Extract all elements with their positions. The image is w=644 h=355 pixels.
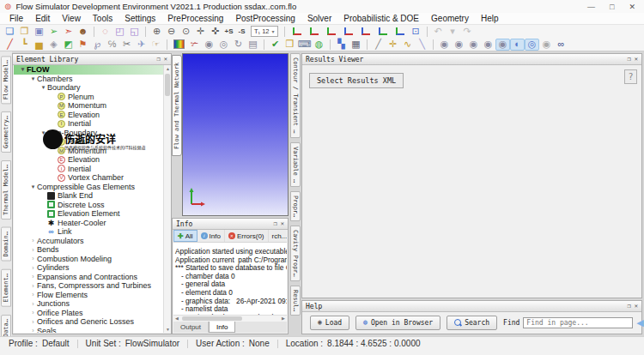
view-zy-icon[interactable] [379, 27, 387, 35]
tree-item-heater-cooler[interactable]: ✱Heater-Cooler [14, 219, 170, 228]
collapsed-arrow-icon[interactable]: › [29, 238, 37, 244]
ungroup-select-icon[interactable]: ◱ [127, 26, 142, 38]
info-horizontal-scrollbar[interactable]: ◀ ▶ [173, 315, 287, 322]
tree-item-non-boundary[interactable]: ▾Non-Boundary [14, 129, 170, 138]
scroll-left-icon[interactable]: ◀ [173, 316, 180, 322]
line-probe-icon[interactable]: ╱ [371, 39, 386, 51]
view-toggle-4-icon[interactable]: ◉ [481, 39, 495, 51]
open-in-browser-button[interactable]: ◍Open in Browser [355, 316, 440, 330]
undo-icon[interactable]: ↶ [431, 26, 446, 38]
tree-item-junctions[interactable]: ›Junctions [14, 299, 170, 309]
tree-item-momentum[interactable]: MMomentum [14, 147, 170, 156]
info-tab-all[interactable]: ✚All [173, 230, 197, 242]
cross-probe-icon[interactable]: ✛ [386, 39, 400, 51]
cut-tool-icon[interactable]: ✂ [119, 39, 134, 51]
tree-item-accumulators[interactable]: ›Accumulators [14, 237, 170, 246]
tree-item-boundary[interactable]: ▾Boundary [14, 83, 170, 93]
contour-colorbar-icon[interactable] [173, 39, 185, 49]
menu-probabilistic-doe[interactable]: Probabilistic & DOE [337, 14, 425, 23]
tree-item-orifice-plates[interactable]: ›Orifice Plates [14, 309, 170, 318]
scale-down-button[interactable]: -S [235, 27, 248, 35]
tree-item-chambers[interactable]: ▾Chambers [14, 75, 170, 84]
pan-icon[interactable]: ✛ [193, 26, 208, 38]
close-icon[interactable]: ✕ [164, 56, 167, 63]
user-icon[interactable]: ☻ [76, 26, 90, 38]
tree-item-elevation-element[interactable]: Elevation Element [14, 209, 170, 219]
tree-item-inertial[interactable]: IInertial [14, 119, 170, 129]
font-size-select[interactable]: T₁ 12▾ [251, 26, 278, 37]
collapsed-arrow-icon[interactable]: › [29, 283, 37, 289]
report-page-icon[interactable]: ❒ [283, 39, 297, 51]
dock-tab-geometry[interactable]: Geometry… [1, 111, 11, 153]
dock-tab-cavity-propr[interactable]: Cavity Propr… [290, 226, 301, 281]
dock-tab-flow-model[interactable]: Flow Model… [1, 56, 11, 104]
plot-cut-icon[interactable]: ✃ [187, 39, 202, 51]
menu-postprocessing[interactable]: PostProcessing [229, 14, 301, 23]
dock-tab-propr[interactable]: Propr… [290, 191, 301, 221]
expanded-arrow-icon[interactable]: ▾ [19, 66, 27, 73]
graphics-viewport[interactable] [182, 53, 289, 216]
tree-item-momentum[interactable]: MMomentum [14, 101, 170, 111]
maximize-button[interactable]: □ [610, 3, 614, 11]
menu-solver[interactable]: Solver [301, 14, 337, 23]
scroll-down-icon[interactable]: ▼ [164, 326, 172, 333]
tree-item-elevation[interactable]: EElevation [14, 111, 170, 120]
info-tab-errors-0[interactable]: ✕Errors(0) [225, 230, 269, 242]
expanded-arrow-icon[interactable]: ▾ [29, 75, 37, 82]
curve-probe-icon[interactable]: ∿ [400, 39, 415, 51]
view-yz-icon[interactable] [361, 27, 370, 35]
spring-icon[interactable]: ℘ [90, 39, 105, 51]
float-icon[interactable]: ❐ [157, 56, 161, 63]
print-icon[interactable]: ▤ [246, 39, 260, 51]
collapsed-arrow-icon[interactable]: › [29, 274, 37, 280]
viewport-tab-flow-thermal-network[interactable]: Flow and Thermal Network [172, 55, 182, 156]
undo-history-dropdown-icon[interactable]: ▾ [446, 26, 460, 38]
tree-item-orifices-and-generic-losses[interactable]: ›Orifices and Generic Losses [14, 317, 170, 327]
gauge-icon[interactable]: ⚑ [76, 39, 90, 51]
refresh-view-icon[interactable]: ↻ [231, 39, 246, 51]
annotate-toggle-icon[interactable]: ◉ [539, 39, 554, 51]
float-icon[interactable]: ❐ [628, 56, 631, 63]
dock-tab-element[interactable]: Element… [1, 269, 11, 307]
menu-edit[interactable]: Edit [29, 14, 56, 23]
tree-item-plenum[interactable]: PPlenum [14, 137, 170, 147]
view-toggle-5-icon[interactable]: ◉ [495, 39, 510, 51]
close-icon[interactable]: ✕ [281, 220, 284, 227]
dock-tab-thermal-model[interactable]: Thermal Model… [1, 160, 11, 220]
redo-icon[interactable]: ↷ [460, 26, 475, 38]
collapsed-arrow-icon[interactable]: › [29, 256, 37, 262]
menu-preprocessing[interactable]: PreProcessing [161, 14, 229, 23]
expanded-arrow-icon[interactable]: ▾ [39, 129, 47, 136]
input-editor-icon[interactable]: ⌨ [297, 39, 312, 51]
expanded-arrow-icon[interactable]: ▾ [39, 84, 47, 91]
info-tab-info[interactable]: iInfo [197, 230, 225, 242]
view-xz-icon[interactable] [327, 27, 336, 35]
show-labels-icon[interactable]: ◎ [216, 39, 231, 51]
cube-3d-icon[interactable]: ◈ [46, 39, 61, 51]
collapsed-arrow-icon[interactable]: › [29, 301, 37, 307]
view-yx-icon[interactable] [310, 27, 319, 35]
close-icon[interactable]: ✕ [635, 56, 638, 63]
close-icon[interactable]: ✕ [635, 303, 638, 310]
tree-item-seals[interactable]: ›Seals [14, 327, 170, 334]
menu-tools[interactable]: Tools [87, 14, 118, 23]
center-view-icon[interactable]: ✜ [208, 26, 222, 38]
tree-item-discrete-loss[interactable]: Discrete Loss [14, 201, 170, 210]
monitor-view-icon[interactable]: ⊡ [409, 26, 423, 38]
tree-item-compressible-gas-elements[interactable]: ▾Compressible Gas Elements [14, 183, 170, 192]
tree-item-blank-end[interactable]: Blank End [14, 191, 170, 201]
view-zx-icon[interactable] [344, 27, 353, 35]
select-region-icon[interactable]: ◌ [98, 26, 112, 38]
tree-item-cylinders[interactable]: ›Cylinders [14, 263, 170, 273]
dock-tab-resul[interactable]: Resul… [290, 286, 301, 316]
group-select-icon[interactable]: ◰ [112, 26, 127, 38]
collapsed-arrow-icon[interactable]: › [29, 247, 37, 253]
chart-results-icon[interactable]: ▚ [334, 39, 349, 51]
chart-bars-icon[interactable]: ▅ [32, 39, 46, 51]
expanded-arrow-icon[interactable]: ▾ [29, 184, 37, 190]
scrollbar-thumb[interactable] [182, 316, 242, 321]
scroll-up-icon[interactable]: ▲ [164, 65, 172, 72]
line-probe-2-icon[interactable]: ╲ [415, 39, 429, 51]
close-button[interactable]: ✕ [629, 3, 635, 11]
view-toggle-2-icon[interactable]: ◉ [452, 39, 466, 51]
